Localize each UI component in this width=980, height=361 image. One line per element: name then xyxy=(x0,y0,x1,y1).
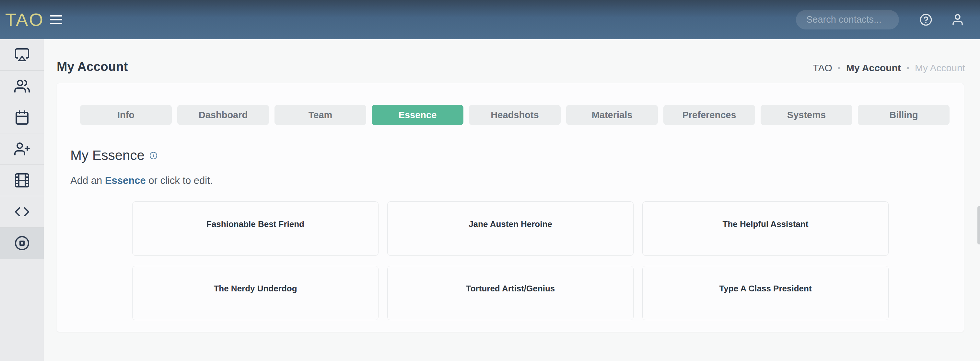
sidebar-item-account[interactable] xyxy=(0,228,44,259)
sidebar-item-contacts[interactable] xyxy=(0,71,44,102)
stop-circle-icon xyxy=(14,235,30,251)
essence-card[interactable]: Jane Austen Heroine xyxy=(387,201,633,256)
tab-systems[interactable]: Systems xyxy=(760,105,852,125)
users-icon xyxy=(14,78,30,94)
search-input[interactable] xyxy=(796,10,899,30)
essence-card[interactable]: Fashionable Best Friend xyxy=(132,201,379,256)
main-content: My Account TAO • My Account • My Account… xyxy=(44,39,980,361)
sidebar-item-screens[interactable] xyxy=(0,39,44,71)
breadcrumb-parent[interactable]: My Account xyxy=(846,62,901,73)
info-icon[interactable] xyxy=(150,152,158,160)
section-title: My Essence xyxy=(70,148,145,163)
essence-card[interactable]: The Helpful Assistant xyxy=(642,201,889,256)
breadcrumb-root[interactable]: TAO xyxy=(813,62,832,73)
film-icon xyxy=(14,173,30,188)
menu-icon xyxy=(50,15,62,17)
tab-headshots[interactable]: Headshots xyxy=(469,105,561,125)
account-tabs: Info Dashboard Team Essence Headshots Ma… xyxy=(80,105,964,125)
code-icon xyxy=(14,204,30,220)
user-plus-icon xyxy=(14,141,30,157)
hint-prefix: Add an xyxy=(70,175,105,186)
menu-icon xyxy=(50,19,62,21)
essence-card[interactable]: Tortured Artist/Genius xyxy=(387,266,633,320)
sidebar-item-calendar[interactable] xyxy=(0,102,44,133)
breadcrumb: TAO • My Account • My Account xyxy=(813,62,965,73)
tab-essence[interactable]: Essence xyxy=(372,105,463,125)
essence-card[interactable]: Type A Class President xyxy=(642,266,889,320)
app-window: TAO xyxy=(0,0,980,361)
essence-card[interactable]: The Nerdy Underdog xyxy=(132,266,379,320)
airplay-icon xyxy=(14,47,30,62)
header-actions xyxy=(796,8,969,31)
search-box xyxy=(796,10,899,30)
tab-billing[interactable]: Billing xyxy=(858,105,950,125)
user-icon xyxy=(951,13,964,27)
account-button[interactable] xyxy=(946,8,969,31)
calendar-icon xyxy=(14,110,30,125)
tab-preferences[interactable]: Preferences xyxy=(663,105,755,125)
breadcrumb-separator: • xyxy=(838,63,841,73)
menu-icon xyxy=(50,23,62,24)
essence-link[interactable]: Essence xyxy=(105,175,146,186)
essence-section-header: My Essence xyxy=(70,148,964,163)
essence-cards-grid: Fashionable Best Friend Jane Austen Hero… xyxy=(132,201,889,320)
tab-materials[interactable]: Materials xyxy=(566,105,658,125)
hamburger-menu-button[interactable] xyxy=(50,10,69,30)
sidebar-item-media[interactable] xyxy=(0,165,44,196)
hint-suffix: or click to edit. xyxy=(146,175,213,186)
page-title: My Account xyxy=(57,60,128,74)
sidebar-item-add-contact[interactable] xyxy=(0,133,44,165)
app-logo[interactable]: TAO xyxy=(5,9,44,30)
help-button[interactable] xyxy=(915,8,937,31)
page-header: My Account TAO • My Account • My Account xyxy=(44,39,980,83)
breadcrumb-current: My Account xyxy=(915,62,965,73)
sidebar-item-embed[interactable] xyxy=(0,196,44,228)
essence-hint: Add an Essence or click to edit. xyxy=(70,175,964,187)
left-sidebar xyxy=(0,39,44,361)
vertical-scrollbar[interactable] xyxy=(977,206,980,244)
account-panel: Info Dashboard Team Essence Headshots Ma… xyxy=(57,83,964,332)
tab-dashboard[interactable]: Dashboard xyxy=(177,105,269,125)
breadcrumb-separator: • xyxy=(907,63,909,73)
tab-team[interactable]: Team xyxy=(275,105,366,125)
tab-info[interactable]: Info xyxy=(80,105,172,125)
help-icon xyxy=(920,13,932,26)
top-header: TAO xyxy=(0,0,980,39)
